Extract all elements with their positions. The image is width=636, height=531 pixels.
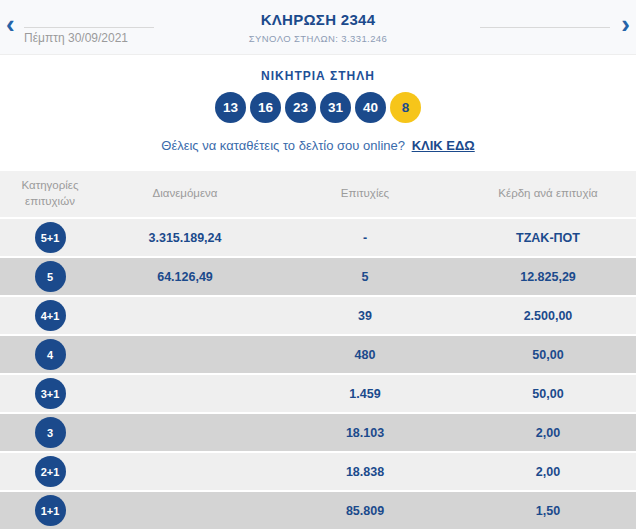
winning-column-section: ΝΙΚΗΤΡΙΑ ΣΤΗΛΗ 13 16 23 31 40 8 Θέλεις ν…	[0, 55, 636, 153]
winning-number-ball: 23	[285, 92, 316, 123]
category-badge: 5+1	[35, 222, 66, 253]
table-row: 2+1 18.838 2,00	[0, 453, 636, 490]
click-here-link[interactable]: ΚΛΙΚ ΕΔΩ	[412, 138, 475, 153]
winners-cell: 18.838	[270, 465, 460, 479]
winning-number-ball: 40	[355, 92, 386, 123]
distributed-cell: 3.315.189,24	[100, 231, 270, 245]
draw-title: ΚΛΗΡΩΣΗ 2344	[0, 11, 636, 28]
winning-number-ball: 16	[250, 92, 281, 123]
table-row: 1+1 85.809 1,50	[0, 492, 636, 529]
category-badge: 1+1	[35, 495, 66, 526]
winners-cell: 480	[270, 348, 460, 362]
winners-cell: 18.103	[270, 426, 460, 440]
winning-numbers: 13 16 23 31 40 8	[0, 92, 636, 123]
table-row: 5 64.126,49 5 12.825,29	[0, 258, 636, 295]
play-online-text: Θέλεις να καταθέτεις το δελτίο σου onlin…	[161, 138, 405, 153]
table-header-row: Κατηγορίες επιτυχιών Διανεμόμενα Επιτυχί…	[0, 171, 636, 217]
prize-cell: 2.500,00	[460, 309, 636, 323]
chevron-right-icon[interactable]: ›	[621, 11, 630, 37]
draw-nav: ‹ Πέμπτη 30/09/2021 ΚΛΗΡΩΣΗ 2344 ΣΥΝΟΛΟ …	[0, 0, 636, 55]
category-badge: 2+1	[35, 456, 66, 487]
winning-number-ball: 31	[320, 92, 351, 123]
prize-cell: 50,00	[460, 387, 636, 401]
prize-cell: 1,50	[460, 504, 636, 518]
table-row: 3+1 1.459 50,00	[0, 375, 636, 412]
results-table: Κατηγορίες επιτυχιών Διανεμόμενα Επιτυχί…	[0, 171, 636, 529]
header-winners: Επιτυχίες	[270, 186, 460, 202]
table-row: 4 480 50,00	[0, 336, 636, 373]
joker-number-ball: 8	[390, 92, 421, 123]
prize-cell: ΤΖΑΚ-ΠΟΤ	[460, 231, 636, 245]
category-badge: 4	[35, 339, 66, 370]
prize-cell: 2,00	[460, 465, 636, 479]
header-category: Κατηγορίες επιτυχιών	[0, 178, 100, 209]
table-row: 5+1 3.315.189,24 - ΤΖΑΚ-ΠΟΤ	[0, 219, 636, 256]
category-badge: 4+1	[35, 300, 66, 331]
draw-total-columns: ΣΥΝΟΛΟ ΣΤΗΛΩΝ: 3.331.246	[0, 33, 636, 44]
category-badge: 5	[35, 261, 66, 292]
table-row: 3 18.103 2,00	[0, 414, 636, 451]
header-prize: Κέρδη ανά επιτυχία	[460, 186, 636, 202]
winners-cell: 1.459	[270, 387, 460, 401]
winning-column-title: ΝΙΚΗΤΡΙΑ ΣΤΗΛΗ	[0, 69, 636, 83]
joker-draw-results-page: { "colors": { "brand_blue": "#1b4a8c", "…	[0, 0, 636, 531]
distributed-cell: 64.126,49	[100, 270, 270, 284]
winners-cell: 85.809	[270, 504, 460, 518]
category-badge: 3	[35, 417, 66, 448]
prize-cell: 50,00	[460, 348, 636, 362]
category-badge: 3+1	[35, 378, 66, 409]
winning-number-ball: 13	[215, 92, 246, 123]
winners-cell: 39	[270, 309, 460, 323]
nav-divider-right	[480, 27, 610, 28]
play-online-cta: Θέλεις να καταθέτεις το δελτίο σου onlin…	[0, 138, 636, 153]
table-row: 4+1 39 2.500,00	[0, 297, 636, 334]
prize-cell: 12.825,29	[460, 270, 636, 284]
winners-cell: 5	[270, 270, 460, 284]
winners-cell: -	[270, 231, 460, 245]
header-distributed: Διανεμόμενα	[100, 186, 270, 202]
prize-cell: 2,00	[460, 426, 636, 440]
